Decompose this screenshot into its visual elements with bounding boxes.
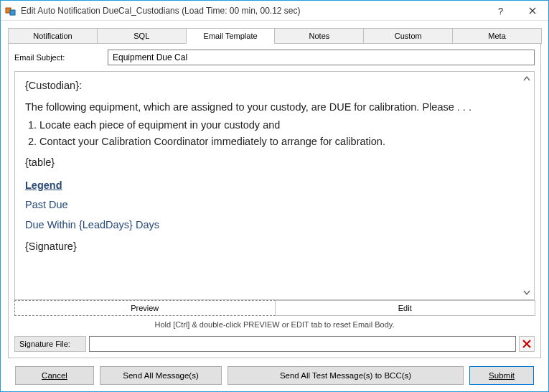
- edit-tab[interactable]: Edit: [275, 300, 536, 316]
- main-tabs: Notification SQL Email Template Notes Cu…: [8, 28, 541, 44]
- body-table: {table}: [25, 156, 518, 170]
- cancel-button[interactable]: Cancel: [15, 366, 94, 385]
- help-button[interactable]: ?: [484, 1, 516, 21]
- preview-tab[interactable]: Preview: [14, 300, 276, 316]
- body-custodian: {Custodian}:: [25, 79, 518, 93]
- scroll-up-icon[interactable]: [521, 73, 532, 85]
- hint-text: Hold [Ctrl] & double-click PREVIEW or ED…: [14, 320, 535, 329]
- tab-custom[interactable]: Custom: [363, 28, 453, 44]
- scroll-down-icon[interactable]: [521, 286, 532, 298]
- subject-label: Email Subject:: [14, 53, 108, 62]
- tab-sql[interactable]: SQL: [97, 28, 187, 44]
- svg-text:?: ?: [498, 6, 503, 16]
- app-icon: [5, 5, 17, 17]
- preview-edit-tabs: Preview Edit: [14, 300, 535, 316]
- body-steps: Locate each piece of equipment in your c…: [25, 118, 518, 149]
- send-all-button[interactable]: Send All Message(s): [100, 366, 222, 385]
- close-button[interactable]: [516, 1, 548, 21]
- email-body-content: {Custodian}: The following equipment, wh…: [15, 72, 534, 299]
- window-title: Edit Auto Notification DueCal_Custodians…: [21, 6, 484, 16]
- body-pastdue: Past Due: [25, 198, 518, 213]
- tab-notes[interactable]: Notes: [274, 28, 364, 44]
- body-duewithin: Due Within {LeadDays} Days: [25, 218, 518, 233]
- titlebar: Edit Auto Notification DueCal_Custodians…: [1, 1, 548, 21]
- svg-rect-1: [10, 10, 15, 15]
- submit-button[interactable]: Submit: [469, 366, 534, 385]
- signature-row: Signature File:: [14, 336, 535, 352]
- body-legend: Legend: [25, 179, 518, 193]
- footer-buttons: Cancel Send All Message(s) Send All Test…: [8, 358, 541, 391]
- body-signature: {Signature}: [25, 240, 518, 254]
- subject-input[interactable]: [108, 50, 535, 65]
- client-area: Notification SQL Email Template Notes Cu…: [1, 21, 548, 391]
- signature-label: Signature File:: [14, 336, 86, 352]
- send-test-button[interactable]: Send All Test Message(s) to BCC(s): [227, 366, 464, 385]
- body-step2: Contact your Calibration Coordinator imm…: [39, 135, 518, 149]
- subject-row: Email Subject:: [14, 50, 535, 65]
- email-body-editor[interactable]: {Custodian}: The following equipment, wh…: [14, 71, 535, 300]
- signature-input[interactable]: [89, 336, 516, 352]
- tab-notification[interactable]: Notification: [8, 28, 98, 44]
- clear-signature-button[interactable]: [519, 336, 535, 352]
- body-intro: The following equipment, which are assig…: [25, 101, 518, 115]
- tab-email-template[interactable]: Email Template: [186, 28, 276, 44]
- tab-body: Email Subject: {Custodian}: The followin…: [8, 44, 541, 358]
- body-step1: Locate each piece of equipment in your c…: [39, 118, 518, 133]
- tab-meta[interactable]: Meta: [452, 28, 542, 44]
- dialog-window: Edit Auto Notification DueCal_Custodians…: [0, 0, 549, 392]
